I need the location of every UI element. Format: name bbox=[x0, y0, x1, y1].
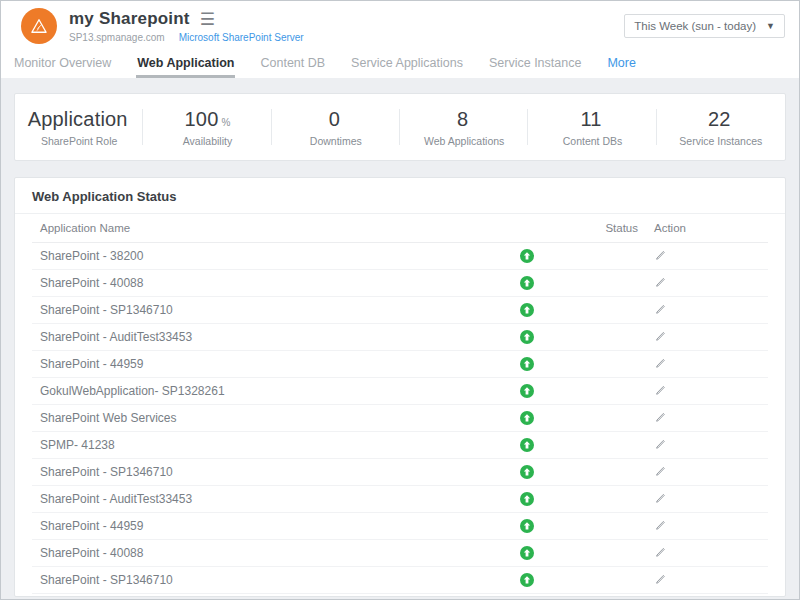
action-cell bbox=[646, 296, 768, 323]
status-cell bbox=[597, 377, 646, 404]
page-title: my Sharepoint bbox=[69, 9, 190, 29]
status-up-icon bbox=[520, 303, 534, 317]
edit-pencil-icon[interactable] bbox=[654, 491, 667, 504]
status-up-icon bbox=[520, 519, 534, 533]
availability-cell bbox=[457, 539, 597, 566]
table-row: GokulWebApplication- SP1328261 bbox=[32, 377, 768, 404]
edit-pencil-icon[interactable] bbox=[654, 275, 667, 288]
status-cell bbox=[597, 485, 646, 512]
menu-icon[interactable]: ☰ bbox=[200, 11, 215, 28]
action-cell bbox=[646, 323, 768, 350]
action-cell bbox=[646, 350, 768, 377]
stat-service-instances: 22 Service Instances bbox=[657, 94, 785, 160]
availability-cell bbox=[457, 404, 597, 431]
tab-content-db[interactable]: Content DB bbox=[259, 51, 326, 78]
edit-pencil-icon[interactable] bbox=[654, 545, 667, 558]
table-body: SharePoint - 38200 SharePoint - 40088 bbox=[32, 242, 768, 593]
availability-cell bbox=[457, 377, 597, 404]
app-name-cell: SharePoint - 44959 bbox=[32, 512, 457, 539]
action-cell bbox=[646, 404, 768, 431]
tab-service-instance[interactable]: Service Instance bbox=[488, 51, 582, 78]
status-up-icon bbox=[520, 438, 534, 452]
table-row: SharePoint - AuditTest33453 bbox=[32, 485, 768, 512]
stats-card: Application SharePoint Role 100% Availab… bbox=[14, 93, 786, 161]
status-up-icon bbox=[520, 492, 534, 506]
table-row: SharePoint - 44959 bbox=[32, 350, 768, 377]
status-cell bbox=[597, 431, 646, 458]
edit-pencil-icon[interactable] bbox=[654, 437, 667, 450]
tab-web-application[interactable]: Web Application bbox=[136, 51, 235, 78]
table-row: SharePoint Web Services bbox=[32, 404, 768, 431]
edit-pencil-icon[interactable] bbox=[654, 329, 667, 342]
stat-label: SharePoint Role bbox=[41, 135, 117, 147]
app-name-cell: SharePoint - 38200 bbox=[32, 242, 457, 269]
tabbar: Monitor Overview Web Application Content… bbox=[1, 51, 799, 78]
status-up-icon bbox=[520, 546, 534, 560]
app-window: my Sharepoint ☰ SP13.spmanage.com Micros… bbox=[0, 0, 800, 600]
status-cell bbox=[597, 242, 646, 269]
table-row: SharePoint - AuditTest33453 bbox=[32, 323, 768, 350]
time-range-select[interactable]: This Week (sun - today) ▼ bbox=[624, 14, 785, 38]
action-cell bbox=[646, 458, 768, 485]
edit-pencil-icon[interactable] bbox=[654, 410, 667, 423]
tab-more[interactable]: More bbox=[606, 51, 636, 78]
table-row: SharePoint - 40088 bbox=[32, 269, 768, 296]
table-row: SharePoint - SP1346710 bbox=[32, 458, 768, 485]
tab-monitor-overview[interactable]: Monitor Overview bbox=[13, 51, 112, 78]
column-application-name: Application Name bbox=[32, 214, 457, 242]
web-application-status-card: Web Application Status Application Name … bbox=[14, 177, 786, 597]
edit-pencil-icon[interactable] bbox=[654, 248, 667, 261]
stat-value: 0 bbox=[329, 108, 340, 130]
action-cell bbox=[646, 242, 768, 269]
status-cell bbox=[597, 458, 646, 485]
app-name-cell: SharePoint - 40088 bbox=[32, 539, 457, 566]
stat-label: Downtimes bbox=[310, 135, 362, 147]
action-cell bbox=[646, 485, 768, 512]
edit-pencil-icon[interactable] bbox=[654, 383, 667, 396]
table-row: SharePoint - 44959 bbox=[32, 512, 768, 539]
status-cell bbox=[597, 512, 646, 539]
monitor-type-link[interactable]: Microsoft SharePoint Server bbox=[179, 32, 304, 43]
status-up-icon bbox=[520, 330, 534, 344]
app-name-cell: SharePoint - 44959 bbox=[32, 350, 457, 377]
column-status: Status bbox=[597, 214, 646, 242]
header: my Sharepoint ☰ SP13.spmanage.com Micros… bbox=[1, 1, 799, 51]
status-up-icon bbox=[520, 357, 534, 371]
edit-pencil-icon[interactable] bbox=[654, 356, 667, 369]
app-name-cell: SharePoint - SP1346710 bbox=[32, 458, 457, 485]
availability-cell bbox=[457, 566, 597, 593]
status-cell bbox=[597, 539, 646, 566]
stat-label: Content DBs bbox=[563, 135, 623, 147]
availability-cell bbox=[457, 431, 597, 458]
table-row: SharePoint - SP1346710 bbox=[32, 566, 768, 593]
table-row: SharePoint - SP1346710 bbox=[32, 296, 768, 323]
monitor-logo bbox=[21, 8, 57, 44]
chevron-down-icon: ▼ bbox=[766, 21, 775, 31]
edit-pencil-icon[interactable] bbox=[654, 572, 667, 585]
stat-label: Web Applications bbox=[424, 135, 504, 147]
status-cell bbox=[597, 269, 646, 296]
app-name-cell: SharePoint - 40088 bbox=[32, 269, 457, 296]
stat-value: 11 bbox=[580, 108, 601, 130]
title-block: my Sharepoint ☰ SP13.spmanage.com Micros… bbox=[69, 9, 624, 43]
status-cell bbox=[597, 566, 646, 593]
status-up-icon bbox=[520, 384, 534, 398]
app-name-cell: SharePoint - SP1346710 bbox=[32, 296, 457, 323]
tab-service-applications[interactable]: Service Applications bbox=[350, 51, 464, 78]
edit-pencil-icon[interactable] bbox=[654, 518, 667, 531]
edit-pencil-icon[interactable] bbox=[654, 302, 667, 315]
stat-downtimes: 0 Downtimes bbox=[272, 94, 400, 160]
edit-pencil-icon[interactable] bbox=[654, 464, 667, 477]
action-cell bbox=[646, 566, 768, 593]
availability-cell bbox=[457, 512, 597, 539]
status-cell bbox=[597, 296, 646, 323]
availability-cell bbox=[457, 485, 597, 512]
app-name-cell: GokulWebApplication- SP1328261 bbox=[32, 377, 457, 404]
host-name: SP13.spmanage.com bbox=[69, 32, 165, 43]
table-header-row: Application Name Status Action bbox=[32, 214, 768, 242]
section-title: Web Application Status bbox=[15, 178, 785, 214]
stat-label: Service Instances bbox=[679, 135, 762, 147]
status-up-icon bbox=[520, 411, 534, 425]
action-cell bbox=[646, 269, 768, 296]
availability-cell bbox=[457, 296, 597, 323]
